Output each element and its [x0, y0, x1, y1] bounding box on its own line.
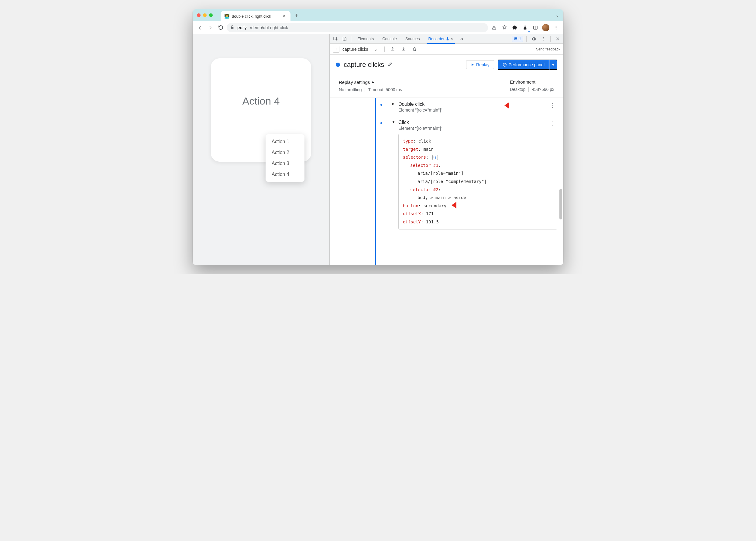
detail-val-button: : secondary	[418, 203, 447, 208]
detail-key-target: target	[403, 147, 418, 152]
window-zoom-button[interactable]	[209, 13, 213, 17]
svg-point-3	[556, 26, 557, 27]
devtools-panel: Elements Console Sources Recorder × 1	[329, 34, 564, 265]
recording-dropdown[interactable]: ⌄	[371, 46, 380, 52]
window-titlebar: 🧑‍💻 double click, right click × + ⌄	[192, 9, 564, 21]
context-menu-item[interactable]: Action 2	[265, 147, 304, 158]
environment-device: Desktop	[510, 87, 526, 92]
recording-title: capture clicks	[344, 61, 384, 69]
tab-sources[interactable]: Sources	[402, 34, 424, 44]
step-title: Click	[398, 120, 409, 125]
caret-right-icon[interactable]: ▶	[392, 102, 396, 106]
timeline-node-icon	[380, 122, 383, 125]
browser-window: 🧑‍💻 double click, right click × + ⌄ jec.…	[192, 9, 564, 265]
import-button[interactable]	[400, 45, 408, 53]
steps-area: ▶ Double click Element "[role="main"]" ⋮	[330, 98, 564, 265]
rename-button[interactable]	[388, 62, 393, 68]
performance-panel-button[interactable]: Performance panel	[498, 60, 550, 70]
url-input[interactable]: jec.fyi/demo/dbl-right-click	[227, 23, 488, 32]
detail-key-offx: offsetX	[403, 211, 421, 216]
experiments-button[interactable]	[521, 23, 529, 32]
share-button[interactable]	[490, 23, 498, 32]
tabstrip-overflow[interactable]: ⌄	[556, 12, 559, 18]
chrome-menu-button[interactable]	[552, 23, 560, 32]
tab-elements[interactable]: Elements	[354, 34, 377, 44]
context-menu-item[interactable]: Action 4	[265, 169, 304, 180]
step-menu-button[interactable]: ⋮	[550, 120, 556, 127]
notification-dot	[528, 31, 530, 33]
device-toggle-button[interactable]	[341, 35, 348, 43]
detail-val-sel2a: body > main > aside	[403, 194, 553, 202]
gauge-icon	[503, 63, 507, 67]
recording-indicator	[336, 63, 340, 67]
context-menu-item[interactable]: Action 1	[265, 136, 304, 147]
detail-key-button: button	[403, 203, 418, 208]
content-split: Action 4 Action 1 Action 2 Action 3 Acti…	[192, 34, 564, 265]
new-tab-button[interactable]: +	[292, 11, 301, 20]
delete-button[interactable]	[411, 45, 419, 53]
caret-down-icon[interactable]: ▼	[392, 120, 396, 124]
page-viewport[interactable]: Action 4 Action 1 Action 2 Action 3 Acti…	[192, 34, 329, 265]
add-recording-button[interactable]: ＋	[333, 46, 339, 53]
send-feedback-link[interactable]: Send feedback	[536, 47, 560, 51]
devtools-menu-button[interactable]	[539, 35, 547, 43]
lock-icon	[230, 25, 234, 30]
recording-name[interactable]: capture clicks	[342, 47, 368, 52]
replay-settings-block[interactable]: Replay settings ▸ No throttling Timeout:…	[339, 79, 402, 92]
context-menu: Action 1 Action 2 Action 3 Action 4	[265, 134, 304, 182]
chevron-down-icon: ⌄	[556, 13, 559, 18]
devtools-settings-button[interactable]	[530, 35, 538, 43]
devtools-close-button[interactable]	[554, 35, 562, 43]
context-menu-item[interactable]: Action 3	[265, 158, 304, 169]
window-minimize-button[interactable]	[203, 13, 206, 17]
window-close-button[interactable]	[197, 13, 200, 17]
performance-dropdown[interactable]: ▾	[550, 60, 557, 70]
environment-label: Environment	[510, 79, 536, 85]
tab-recorder[interactable]: Recorder ×	[425, 34, 457, 44]
forward-button[interactable]	[206, 23, 214, 32]
annotation-arrow-icon	[452, 201, 465, 210]
recorder-subtoolbar: ＋ capture clicks ⌄ Send feedback	[330, 44, 564, 55]
settings-row: Replay settings ▸ No throttling Timeout:…	[330, 75, 564, 98]
step-double-click[interactable]: ▶ Double click Element "[role="main"]" ⋮	[378, 98, 564, 116]
tab-close-button[interactable]: ×	[282, 13, 287, 19]
reload-button[interactable]	[216, 23, 225, 32]
profile-avatar-button[interactable]	[542, 23, 550, 32]
svg-rect-1	[534, 26, 537, 29]
tab-recorder-label: Recorder	[428, 36, 445, 41]
environment-size: 458×566 px	[532, 87, 554, 92]
inspect-element-button[interactable]	[331, 35, 339, 43]
tab-favicon: 🧑‍💻	[224, 14, 229, 19]
performance-label: Performance panel	[509, 62, 545, 67]
svg-point-11	[543, 40, 544, 40]
more-tabs-button[interactable]	[458, 35, 466, 43]
tab-console[interactable]: Console	[379, 34, 401, 44]
issues-badge[interactable]: 1	[512, 36, 523, 42]
annotation-arrow-icon	[505, 101, 518, 110]
back-button[interactable]	[196, 23, 204, 32]
extensions-button[interactable]	[511, 23, 519, 32]
timeline-node-icon	[380, 103, 383, 106]
url-path: /demo/dbl-right-click	[250, 25, 288, 30]
card-title: Action 4	[242, 95, 280, 107]
detail-key-sel1: selector #1	[410, 163, 439, 168]
sidepanel-button[interactable]	[531, 23, 540, 32]
url-host: jec.fyi	[237, 25, 248, 30]
scrollbar-thumb[interactable]	[560, 189, 562, 220]
recorder-header: capture clicks Replay Performance panel …	[330, 55, 564, 75]
export-button[interactable]	[389, 45, 397, 53]
svg-point-10	[543, 38, 544, 39]
replay-settings-label: Replay settings	[339, 80, 370, 85]
svg-point-5	[556, 29, 557, 29]
step-menu-button[interactable]: ⋮	[550, 102, 556, 109]
step-details-box: type: click target: main selectors: sele…	[398, 134, 557, 230]
tab-close-icon[interactable]: ×	[451, 36, 453, 41]
tab-title: double click, right click	[232, 14, 271, 19]
issues-icon	[514, 37, 518, 41]
step-click[interactable]: ▼ Click Element "[role="main"]" type: cl…	[378, 116, 564, 233]
bookmark-button[interactable]	[500, 23, 509, 32]
detail-key-sel2: selector #2	[410, 187, 439, 192]
replay-button[interactable]: Replay	[466, 60, 494, 69]
browser-tab[interactable]: 🧑‍💻 double click, right click ×	[220, 11, 290, 21]
selector-picker-button[interactable]	[432, 155, 438, 160]
